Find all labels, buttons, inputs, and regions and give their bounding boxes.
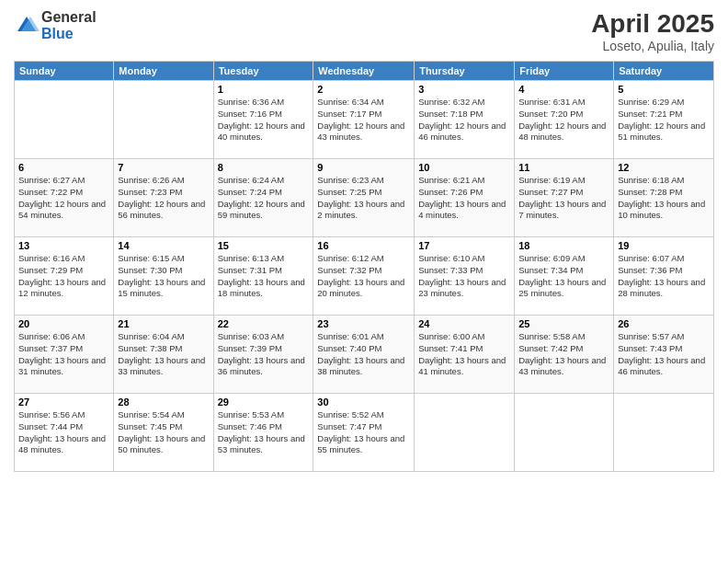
day-info: Sunrise: 6:06 AMSunset: 7:37 PMDaylight:…: [18, 331, 109, 378]
col-monday: Monday: [114, 62, 213, 81]
day-info: Sunrise: 6:27 AMSunset: 7:22 PMDaylight:…: [18, 175, 109, 222]
day-info: Sunrise: 6:16 AMSunset: 7:29 PMDaylight:…: [18, 253, 109, 300]
day-number: 1: [218, 84, 310, 95]
header: General Blue April 2025 Loseto, Apulia, …: [14, 9, 714, 53]
day-number: 9: [317, 162, 410, 173]
table-row: 5Sunrise: 6:29 AMSunset: 7:21 PMDaylight…: [614, 81, 714, 159]
table-row: 11Sunrise: 6:19 AMSunset: 7:27 PMDayligh…: [515, 159, 614, 237]
day-info: Sunrise: 6:19 AMSunset: 7:27 PMDaylight:…: [518, 175, 609, 222]
day-number: 28: [118, 396, 209, 408]
day-info: Sunrise: 6:01 AMSunset: 7:40 PMDaylight:…: [317, 331, 410, 378]
table-row: 22Sunrise: 6:03 AMSunset: 7:39 PMDayligh…: [213, 316, 313, 394]
table-row: 25Sunrise: 5:58 AMSunset: 7:42 PMDayligh…: [515, 316, 614, 394]
day-info: Sunrise: 6:31 AMSunset: 7:20 PMDaylight:…: [518, 97, 609, 144]
day-number: 22: [218, 318, 310, 329]
day-info: Sunrise: 6:04 AMSunset: 7:38 PMDaylight:…: [118, 331, 209, 378]
title-block: April 2025 Loseto, Apulia, Italy: [591, 9, 714, 53]
day-number: 3: [418, 84, 510, 95]
table-row: 27Sunrise: 5:56 AMSunset: 7:44 PMDayligh…: [15, 394, 114, 472]
day-info: Sunrise: 6:23 AMSunset: 7:25 PMDaylight:…: [317, 175, 410, 222]
day-info: Sunrise: 6:26 AMSunset: 7:23 PMDaylight:…: [118, 175, 209, 222]
day-info: Sunrise: 5:54 AMSunset: 7:45 PMDaylight:…: [118, 409, 209, 456]
day-info: Sunrise: 6:24 AMSunset: 7:24 PMDaylight:…: [218, 175, 310, 222]
day-number: 23: [317, 318, 410, 329]
table-row: [114, 81, 213, 159]
table-row: 19Sunrise: 6:07 AMSunset: 7:36 PMDayligh…: [614, 237, 714, 316]
day-info: Sunrise: 6:13 AMSunset: 7:31 PMDaylight:…: [218, 253, 310, 300]
table-row: 28Sunrise: 5:54 AMSunset: 7:45 PMDayligh…: [114, 394, 213, 472]
day-number: 30: [317, 396, 410, 408]
day-number: 20: [18, 318, 109, 329]
calendar-week-row: 6Sunrise: 6:27 AMSunset: 7:22 PMDaylight…: [15, 159, 714, 237]
day-number: 13: [18, 240, 109, 251]
day-number: 16: [317, 240, 410, 251]
table-row: 21Sunrise: 6:04 AMSunset: 7:38 PMDayligh…: [114, 316, 213, 394]
day-number: 6: [18, 162, 109, 173]
calendar-week-row: 20Sunrise: 6:06 AMSunset: 7:37 PMDayligh…: [15, 316, 714, 394]
col-sunday: Sunday: [15, 62, 114, 81]
table-row: 8Sunrise: 6:24 AMSunset: 7:24 PMDaylight…: [213, 159, 313, 237]
calendar-week-row: 1Sunrise: 6:36 AMSunset: 7:16 PMDaylight…: [15, 81, 714, 159]
day-number: 8: [218, 162, 310, 173]
day-info: Sunrise: 6:10 AMSunset: 7:33 PMDaylight:…: [418, 253, 510, 300]
table-row: 30Sunrise: 5:52 AMSunset: 7:47 PMDayligh…: [313, 394, 415, 472]
day-info: Sunrise: 6:09 AMSunset: 7:34 PMDaylight:…: [518, 253, 609, 300]
day-number: 4: [518, 84, 609, 95]
table-row: 23Sunrise: 6:01 AMSunset: 7:40 PMDayligh…: [313, 316, 415, 394]
table-row: [15, 81, 114, 159]
day-info: Sunrise: 6:03 AMSunset: 7:39 PMDaylight:…: [218, 331, 310, 378]
day-info: Sunrise: 6:34 AMSunset: 7:17 PMDaylight:…: [317, 97, 410, 144]
table-row: 13Sunrise: 6:16 AMSunset: 7:29 PMDayligh…: [15, 237, 114, 316]
day-info: Sunrise: 6:18 AMSunset: 7:28 PMDaylight:…: [618, 175, 710, 222]
page: General Blue April 2025 Loseto, Apulia, …: [0, 0, 728, 563]
col-saturday: Saturday: [614, 62, 714, 81]
logo: General Blue: [14, 9, 97, 41]
table-row: 18Sunrise: 6:09 AMSunset: 7:34 PMDayligh…: [515, 237, 614, 316]
calendar-table: Sunday Monday Tuesday Wednesday Thursday…: [14, 61, 714, 472]
table-row: 4Sunrise: 6:31 AMSunset: 7:20 PMDaylight…: [515, 81, 614, 159]
table-row: 2Sunrise: 6:34 AMSunset: 7:17 PMDaylight…: [313, 81, 415, 159]
day-info: Sunrise: 6:07 AMSunset: 7:36 PMDaylight:…: [618, 253, 710, 300]
table-row: 1Sunrise: 6:36 AMSunset: 7:16 PMDaylight…: [213, 81, 313, 159]
day-info: Sunrise: 6:32 AMSunset: 7:18 PMDaylight:…: [418, 97, 510, 144]
day-info: Sunrise: 5:52 AMSunset: 7:47 PMDaylight:…: [317, 409, 410, 456]
table-row: 20Sunrise: 6:06 AMSunset: 7:37 PMDayligh…: [15, 316, 114, 394]
day-info: Sunrise: 6:12 AMSunset: 7:32 PMDaylight:…: [317, 253, 410, 300]
day-number: 10: [418, 162, 510, 173]
day-number: 18: [518, 240, 609, 251]
day-info: Sunrise: 6:21 AMSunset: 7:26 PMDaylight:…: [418, 175, 510, 222]
logo-blue-text: Blue: [41, 26, 97, 42]
day-info: Sunrise: 6:15 AMSunset: 7:30 PMDaylight:…: [118, 253, 209, 300]
day-info: Sunrise: 5:56 AMSunset: 7:44 PMDaylight:…: [18, 409, 109, 456]
day-number: 24: [418, 318, 510, 329]
calendar-week-row: 27Sunrise: 5:56 AMSunset: 7:44 PMDayligh…: [15, 394, 714, 472]
day-info: Sunrise: 6:36 AMSunset: 7:16 PMDaylight:…: [218, 97, 310, 144]
table-row: 26Sunrise: 5:57 AMSunset: 7:43 PMDayligh…: [614, 316, 714, 394]
col-friday: Friday: [515, 62, 614, 81]
table-row: 29Sunrise: 5:53 AMSunset: 7:46 PMDayligh…: [213, 394, 313, 472]
day-number: 29: [218, 396, 310, 408]
day-number: 17: [418, 240, 510, 251]
table-row: 9Sunrise: 6:23 AMSunset: 7:25 PMDaylight…: [313, 159, 415, 237]
day-info: Sunrise: 6:00 AMSunset: 7:41 PMDaylight:…: [418, 331, 510, 378]
day-info: Sunrise: 5:53 AMSunset: 7:46 PMDaylight:…: [218, 409, 310, 456]
table-row: 14Sunrise: 6:15 AMSunset: 7:30 PMDayligh…: [114, 237, 213, 316]
day-number: 12: [618, 162, 710, 173]
month-title: April 2025: [591, 9, 714, 39]
logo-general-text: General: [41, 9, 97, 26]
table-row: 24Sunrise: 6:00 AMSunset: 7:41 PMDayligh…: [415, 316, 515, 394]
table-row: [415, 394, 515, 472]
logo-icon: [14, 13, 40, 39]
day-info: Sunrise: 5:58 AMSunset: 7:42 PMDaylight:…: [518, 331, 609, 378]
day-info: Sunrise: 6:29 AMSunset: 7:21 PMDaylight:…: [618, 97, 710, 144]
day-number: 26: [618, 318, 710, 329]
table-row: 12Sunrise: 6:18 AMSunset: 7:28 PMDayligh…: [614, 159, 714, 237]
day-number: 2: [317, 84, 410, 95]
day-number: 27: [18, 396, 109, 408]
logo-text: General Blue: [41, 9, 97, 41]
table-row: [614, 394, 714, 472]
col-wednesday: Wednesday: [313, 62, 415, 81]
day-number: 19: [618, 240, 710, 251]
calendar-header-row: Sunday Monday Tuesday Wednesday Thursday…: [15, 62, 714, 81]
table-row: 6Sunrise: 6:27 AMSunset: 7:22 PMDaylight…: [15, 159, 114, 237]
